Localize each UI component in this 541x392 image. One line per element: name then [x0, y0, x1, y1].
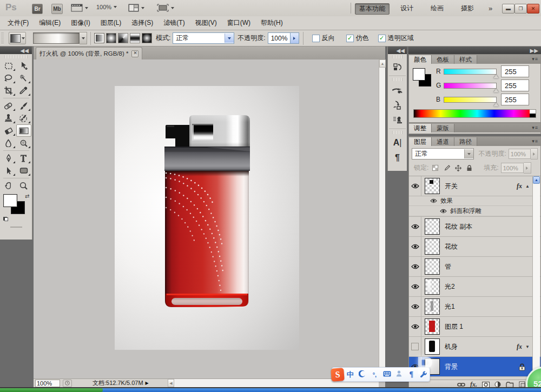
- visibility-toggle[interactable]: [409, 257, 421, 276]
- gradient-picker-button[interactable]: [80, 32, 87, 44]
- view-extras-button[interactable]: [71, 4, 88, 12]
- new-group-icon[interactable]: [506, 382, 514, 388]
- clone-source-panel-icon[interactable]: [391, 98, 404, 111]
- crop-tool[interactable]: [1, 84, 16, 97]
- panel-menu-icon[interactable]: ▾≡: [532, 125, 538, 130]
- layer-thumbnail[interactable]: [425, 318, 440, 335]
- vertical-scrollbar[interactable]: ▲ ▼: [379, 59, 385, 378]
- red-slider-thumb[interactable]: [493, 75, 499, 78]
- effects-row[interactable]: 效果: [409, 196, 540, 206]
- layer-name[interactable]: 光1: [445, 302, 455, 311]
- quick-mask-button[interactable]: [10, 227, 22, 228]
- swap-colors-icon[interactable]: ⇄: [25, 193, 29, 199]
- history-brush-tool[interactable]: [16, 112, 31, 124]
- fx-collapse-icon[interactable]: ▲: [525, 184, 530, 189]
- layer-name[interactable]: 花纹 副本: [445, 222, 472, 231]
- tab-masks[interactable]: 蒙版: [432, 124, 454, 132]
- pen-tool[interactable]: [1, 152, 16, 164]
- red-value-field[interactable]: 255: [501, 65, 529, 77]
- move-tool[interactable]: [16, 59, 31, 72]
- color-spectrum-ramp[interactable]: [413, 109, 536, 118]
- blur-tool[interactable]: [1, 137, 16, 149]
- tools-panel-header[interactable]: ◀◀: [0, 46, 32, 54]
- visibility-toggle[interactable]: [409, 297, 421, 316]
- dock-header[interactable]: ▶▶: [408, 46, 541, 54]
- lasso-tool[interactable]: [1, 72, 16, 84]
- angle-gradient-button[interactable]: [118, 33, 128, 43]
- history-panel-icon[interactable]: [391, 61, 404, 74]
- layers-scroll-up[interactable]: ▲: [533, 176, 540, 184]
- layer-row-light2[interactable]: 光2: [409, 277, 540, 297]
- layer-name[interactable]: 开关: [445, 182, 458, 191]
- layer-name[interactable]: 管: [445, 262, 451, 271]
- layer-name[interactable]: 机身: [445, 342, 458, 351]
- tab-paths[interactable]: 路径: [454, 137, 477, 146]
- color-panel-swatches[interactable]: [413, 68, 431, 87]
- green-slider-thumb[interactable]: [493, 89, 499, 92]
- arrange-documents-button[interactable]: [128, 4, 144, 12]
- start-button[interactable]: [0, 388, 103, 392]
- close-document-icon[interactable]: ✕: [131, 50, 138, 57]
- workspace-essentials-button[interactable]: 基本功能: [355, 3, 390, 15]
- menu-filter[interactable]: 滤镜(T): [163, 18, 184, 28]
- tab-swatches[interactable]: 色板: [432, 55, 454, 64]
- soft-keyboard-icon[interactable]: [381, 370, 393, 378]
- brush-tool[interactable]: [16, 99, 31, 112]
- layer-name[interactable]: 背景: [445, 362, 458, 371]
- radial-gradient-button[interactable]: [106, 33, 116, 43]
- tab-styles[interactable]: 样式: [454, 55, 477, 64]
- lock-pixels-icon[interactable]: [442, 164, 451, 172]
- tab-color[interactable]: 颜色: [409, 55, 432, 64]
- zoom-tool[interactable]: [16, 180, 31, 192]
- visibility-toggle[interactable]: [409, 217, 421, 236]
- document-canvas[interactable]: [115, 86, 299, 350]
- document-tab[interactable]: 打火机 @ 100% (背景, RGB/8) * ✕: [36, 47, 142, 60]
- layer-row-tube[interactable]: 管: [409, 257, 540, 277]
- ime-mode-toggle[interactable]: 中: [344, 370, 357, 380]
- fx-expand-icon[interactable]: ▼: [525, 344, 530, 349]
- clone-stamp-tool[interactable]: [1, 112, 16, 124]
- layer-thumbnail[interactable]: [425, 178, 440, 194]
- shape-tool[interactable]: [16, 164, 31, 177]
- gradient-preview[interactable]: [33, 32, 80, 44]
- bridge-button[interactable]: Br: [32, 4, 43, 14]
- link-layers-icon[interactable]: [457, 382, 465, 387]
- tool-preset-picker[interactable]: [9, 32, 26, 44]
- close-button[interactable]: ✕: [527, 4, 539, 14]
- visibility-toggle[interactable]: [409, 337, 421, 356]
- layer-thumbnail[interactable]: [425, 338, 440, 355]
- magic-wand-tool[interactable]: [16, 72, 31, 84]
- visibility-toggle[interactable]: [439, 209, 447, 214]
- layer-thumbnail[interactable]: [425, 258, 440, 275]
- menu-help[interactable]: 帮助(H): [261, 18, 283, 28]
- foreground-color-swatch[interactable]: [413, 68, 425, 81]
- blue-slider-thumb[interactable]: [493, 103, 499, 107]
- visibility-toggle[interactable]: [409, 317, 421, 336]
- tab-layers[interactable]: 图层: [409, 137, 432, 146]
- bevel-emboss-row[interactable]: 斜面和浮雕: [409, 206, 540, 216]
- dodge-tool[interactable]: [16, 137, 31, 149]
- add-mask-icon[interactable]: [482, 382, 490, 388]
- menu-image[interactable]: 图像(I): [71, 18, 90, 28]
- document-workspace[interactable]: [34, 59, 379, 378]
- visibility-toggle[interactable]: [409, 176, 421, 196]
- panel-menu-icon[interactable]: ▾≡: [532, 138, 538, 144]
- blue-slider[interactable]: [444, 97, 497, 103]
- minimize-button[interactable]: ▬: [502, 4, 514, 14]
- layers-scrollbar[interactable]: ▲ ▼: [532, 176, 540, 380]
- type-tool[interactable]: [16, 152, 31, 164]
- minibridge-button[interactable]: Mb: [51, 4, 63, 14]
- menu-edit[interactable]: 编辑(E): [39, 18, 61, 28]
- menu-layer[interactable]: 图层(L): [101, 18, 122, 28]
- strip-header[interactable]: ◀◀: [388, 46, 407, 54]
- lock-all-icon[interactable]: [465, 164, 474, 172]
- green-value-field[interactable]: 255: [501, 79, 529, 91]
- layer-comps-panel-icon[interactable]: [391, 114, 404, 127]
- menu-select[interactable]: 选择(S): [131, 18, 153, 28]
- scroll-up-button[interactable]: ▲: [379, 59, 386, 68]
- diamond-gradient-button[interactable]: [142, 33, 152, 43]
- visibility-toggle[interactable]: [409, 277, 421, 296]
- paragraph-panel-icon[interactable]: ¶: [391, 151, 404, 164]
- workspace-overflow-chevron[interactable]: »: [489, 4, 491, 12]
- screen-mode-button[interactable]: [157, 4, 174, 12]
